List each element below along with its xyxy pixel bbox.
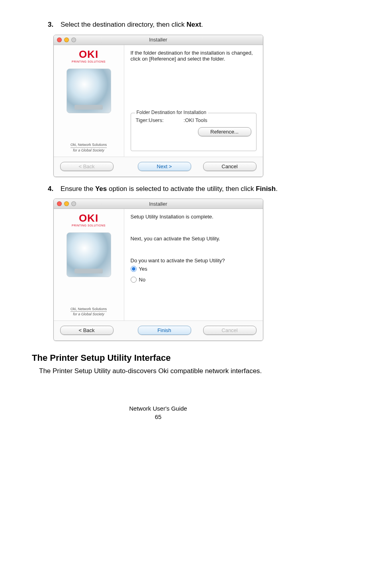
back-button: < Back (60, 162, 114, 171)
activate-question-text: Do you want to activate the Setup Utilit… (131, 258, 257, 264)
dialog-sidebar: OKI PRINTING SOLUTIONS Oki, Network Solu… (54, 45, 124, 157)
radio-no-row[interactable]: No (131, 277, 257, 283)
folder-path-a: Tiger:Users: (136, 117, 164, 123)
sidebar-image (67, 232, 111, 277)
dialog-main: If the folder destination for the instal… (124, 45, 263, 157)
dialog-sidebar: OKI PRINTING SOLUTIONS Oki, Network Solu… (54, 209, 124, 321)
step4-text-a: Ensure the (61, 185, 95, 193)
titlebar: Installer (54, 199, 263, 209)
radio-no-icon[interactable] (131, 277, 137, 283)
next-button[interactable]: Next > (138, 162, 191, 171)
reference-button[interactable]: Reference... (198, 127, 251, 136)
sidebar-brand: Oki, Network Solutions for a Global Soci… (71, 307, 107, 317)
radio-yes-label: Yes (139, 266, 147, 272)
radio-no-label: No (139, 277, 146, 283)
installer-dialog-2: Installer OKI PRINTING SOLUTIONS Oki, Ne… (53, 199, 263, 341)
step-4: 4. Ensure the Yes option is selected to … (48, 184, 284, 194)
sidebar-brand: Oki, Network Solutions for a Global Soci… (71, 143, 107, 153)
page-footer: Network User's Guide 65 (32, 404, 284, 421)
dialog-footer: < Back Finish Cancel (54, 321, 263, 340)
step4-bold1: Yes (95, 185, 107, 193)
sidebar-image (67, 69, 111, 113)
sidebar-brand-line2: for a Global Society (71, 312, 107, 317)
oki-logo: OKI (67, 49, 111, 59)
window-title: Installer (54, 37, 263, 43)
step3-bold: Next (186, 21, 201, 28)
sidebar-brand-line2: for a Global Society (71, 148, 107, 153)
step-number: 3. (48, 20, 57, 30)
footer-page-number: 65 (32, 413, 284, 421)
finish-button[interactable]: Finish (138, 326, 191, 335)
folder-destination-group: Folder Destination for Installation Tige… (131, 113, 257, 151)
step-3: 3. Select the destination directory, the… (48, 20, 284, 30)
sidebar-brand-line1: Oki, Network Solutions (71, 143, 107, 148)
dialog-footer: < Back Next > Cancel (54, 157, 263, 177)
oki-logo: OKI (67, 213, 111, 223)
cancel-button: Cancel (203, 326, 257, 335)
sidebar-brand-line1: Oki, Network Solutions (71, 307, 107, 312)
oki-logo-tag: PRINTING SOLUTIONS (67, 224, 111, 227)
activate-next-text: Next, you can activate the Setup Utility… (131, 236, 257, 242)
section-body: The Printer Setup Utility auto-discovers… (39, 366, 284, 376)
step4-text-b: option is selected to activate the utili… (107, 185, 256, 193)
radio-yes-icon[interactable] (131, 266, 137, 272)
footer-title: Network User's Guide (32, 404, 284, 413)
section-heading: The Printer Setup Utility Interface (32, 353, 284, 363)
window-title: Installer (54, 201, 263, 207)
step4-text-c: . (276, 185, 278, 193)
step3-text-a: Select the destination directory, then c… (61, 21, 186, 28)
back-button[interactable]: < Back (60, 326, 114, 335)
step-number: 4. (48, 184, 57, 194)
oki-logo-tag: PRINTING SOLUTIONS (67, 60, 111, 63)
complete-text: Setup Utility Installation is complete. (131, 214, 257, 220)
instruction-text: If the folder destination for the instal… (131, 50, 257, 98)
dialog-main: Setup Utility Installation is complete. … (124, 209, 263, 321)
folder-path-b: :OKI Tools (184, 117, 208, 123)
cancel-button[interactable]: Cancel (203, 162, 257, 171)
step-text: Ensure the Yes option is selected to act… (61, 184, 284, 194)
step3-text-b: . (201, 21, 203, 28)
step-text: Select the destination directory, then c… (61, 20, 284, 30)
folder-legend: Folder Destination for Installation (135, 110, 208, 115)
titlebar: Installer (54, 35, 263, 45)
radio-yes-row[interactable]: Yes (131, 266, 257, 272)
step4-bold2: Finish (256, 185, 276, 193)
installer-dialog-1: Installer OKI PRINTING SOLUTIONS Oki, Ne… (53, 35, 263, 177)
